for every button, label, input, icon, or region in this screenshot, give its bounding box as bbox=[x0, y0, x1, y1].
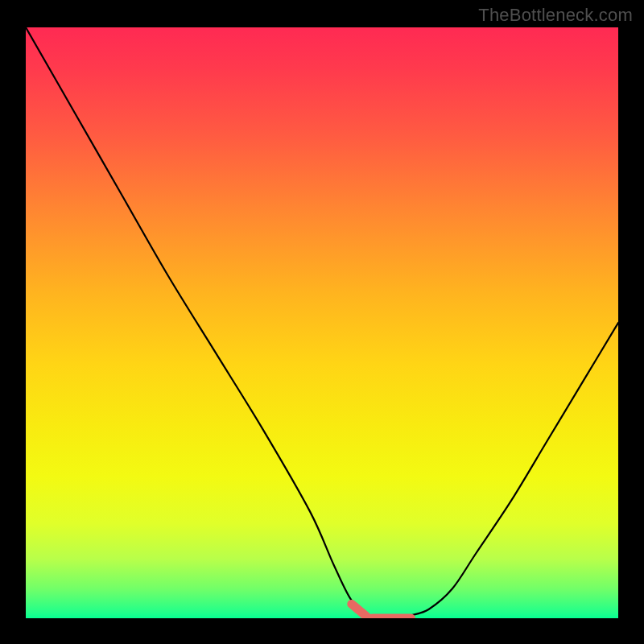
watermark-text: TheBottleneck.com bbox=[478, 5, 633, 26]
chart-plot-area bbox=[26, 27, 618, 618]
optimal-region-marker bbox=[352, 604, 411, 618]
chart-curves-svg bbox=[26, 27, 618, 618]
bottleneck-curve-path bbox=[26, 27, 618, 618]
